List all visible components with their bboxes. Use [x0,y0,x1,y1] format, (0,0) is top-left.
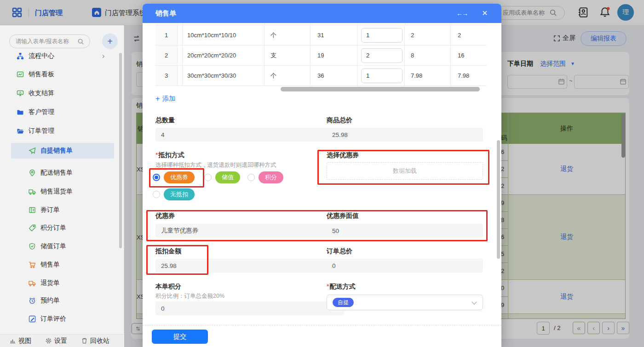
points-value: 0 [155,301,344,315]
modal-header [143,4,501,23]
points-helper: 积分比例：订单总金额20% [155,292,224,300]
radio-icon[interactable] [153,191,160,198]
product-subtotal: 16 [458,52,464,59]
product-subtotal: 2 [458,32,461,39]
footer-divider [143,325,501,325]
product-row: 1 10cm*10cm*10/10 个 31 2 2 [155,25,487,46]
quantity-input[interactable] [361,48,402,63]
radio-option-stored[interactable]: 储值 [204,171,240,183]
product-stock: 19 [317,52,324,59]
quantity-input[interactable] [361,68,402,83]
annotation-box-select-coupon [317,150,489,185]
option-pill[interactable]: 积分 [259,171,283,183]
row-index: 2 [165,52,168,59]
product-price: 8 [411,52,414,59]
product-unit: 支 [270,51,276,60]
product-name: 20cm*20cm*20/20 [187,52,236,59]
plus-icon: + [155,95,160,103]
product-subtotal: 7.98 [458,72,469,79]
close-icon[interactable]: × [482,4,488,23]
radio-option-none[interactable]: 无抵扣 [153,188,195,200]
total-qty-label: 总数量 [155,116,175,125]
delivery-method-select[interactable]: 自提 [327,295,483,310]
delivery-value-pill: 自提 [333,298,354,307]
order-total-value: 0 [327,259,483,273]
radio-icon[interactable] [204,174,212,181]
product-price: 7.98 [411,72,422,79]
screen: 门店管理 门店管理系统 应用或表单名称 理 请输入表单/报表名称 [0,0,644,347]
radio-option-points[interactable]: 积分 [247,171,283,183]
quantity-input[interactable] [361,28,402,43]
deduct-method-label: 抵扣方式 [155,151,184,159]
annotation-box-coupon-radio [149,168,204,188]
delivery-method-label: 配送方式 [327,283,355,291]
points-label: 本单积分 [155,283,181,291]
annotation-box-deduct-amount [146,245,208,275]
chevron-down-icon [472,299,477,304]
modal-title: 销售单 [155,4,176,23]
option-pill[interactable]: 储值 [215,171,240,183]
expand-icon[interactable]: ←→ [456,4,467,23]
modal-mask [0,25,124,347]
row-index: 3 [165,72,168,79]
annotation-box-coupon-fields [146,210,488,241]
radio-icon[interactable] [247,174,255,181]
total-qty-value: 4 [155,128,344,142]
product-name: 30cm*30cm*30/30 [187,72,236,79]
submit-button[interactable]: 提交 [152,330,208,344]
add-row-link[interactable]: + 添加 [155,95,175,103]
product-price: 2 [411,32,414,39]
product-unit: 个 [270,72,276,80]
product-name: 10cm*10cm*10/10 [187,32,236,39]
goods-total-value: 25.98 [327,128,483,142]
add-label: 添加 [162,95,175,103]
table-horizontal-scrollbar[interactable] [281,87,480,91]
goods-total-label: 商品总价 [327,116,352,125]
row-index: 1 [165,32,168,39]
order-total-label: 订单总价 [327,247,352,256]
product-stock: 36 [317,72,324,79]
product-unit: 个 [270,31,276,40]
product-stock: 31 [317,32,324,39]
modal-scrollbar[interactable] [497,140,500,259]
product-row: 3 30cm*30cm*30/30 个 36 7.98 7.98 [155,66,487,86]
option-pill[interactable]: 无抵扣 [164,188,195,200]
product-row: 2 20cm*20cm*20/20 支 19 8 16 [155,46,487,66]
